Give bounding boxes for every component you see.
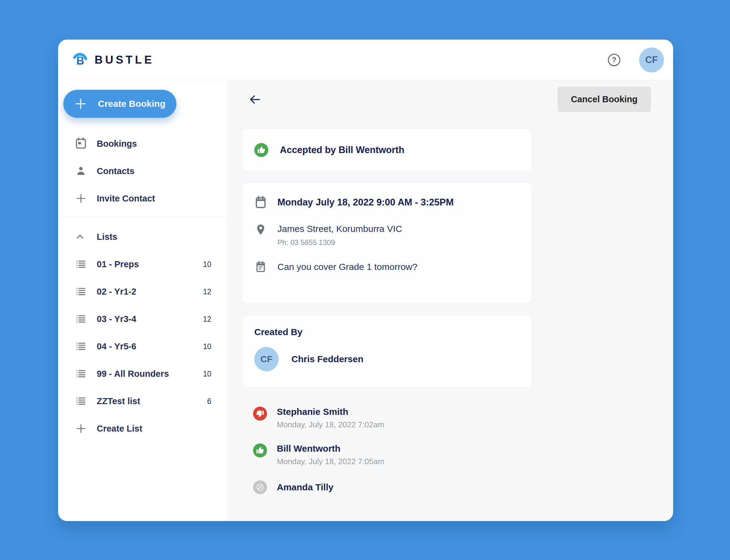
location-row: James Street, Korumburra VIC Ph: 03 5655… — [254, 224, 520, 247]
list-icon — [75, 313, 87, 325]
booking-message: Can you cover Grade 1 tomorrow? — [278, 262, 417, 272]
sidebar-item-label: Contacts — [97, 166, 135, 176]
location-pin-icon — [254, 224, 267, 236]
sidebar-list-item[interactable]: 04 - Yr5-6 10 — [58, 333, 227, 360]
brand-logo: B BUSTLE — [72, 51, 154, 69]
sidebar-item-invite-contact[interactable]: Invite Contact — [58, 185, 227, 212]
booking-location: James Street, Korumburra VIC — [278, 224, 402, 234]
calendar-icon — [75, 137, 87, 150]
response-row-declined[interactable]: Stephanie Smith Monday, July 18, 2022 7:… — [253, 407, 384, 429]
calendar-icon — [254, 196, 267, 209]
response-name: Amanda Tilly — [277, 482, 334, 492]
response-text-block: Bill Wentworth Monday, July 18, 2022 7:0… — [277, 443, 384, 466]
list-icon — [75, 258, 87, 270]
list-icon — [75, 368, 87, 380]
list-item-label: 01 - Preps — [97, 259, 139, 269]
datetime-row: Monday July 18, 2022 9:00 AM - 3:25PM — [254, 196, 520, 209]
create-booking-button[interactable]: Create Booking — [63, 90, 176, 118]
list-item-label: 04 - Yr5-6 — [97, 341, 136, 352]
booking-details-card: Monday July 18, 2022 9:00 AM - 3:25PM Ja… — [242, 183, 532, 304]
thumbs-up-icon — [253, 443, 267, 457]
brand-name: BUSTLE — [95, 54, 154, 66]
person-icon — [75, 165, 87, 177]
no-response-icon — [253, 480, 267, 494]
response-row-no-response[interactable]: Amanda Tilly — [253, 480, 384, 494]
list-item-count: 12 — [203, 315, 211, 324]
help-icon[interactable]: ? — [607, 53, 621, 67]
header-actions: ? CF — [607, 47, 664, 72]
plus-icon — [74, 97, 87, 110]
list-item-count: 10 — [203, 369, 211, 378]
plus-icon — [75, 423, 87, 434]
sidebar-item-bookings[interactable]: Bookings — [58, 130, 227, 157]
bustle-logo-icon: B — [72, 51, 89, 69]
booking-phone: Ph: 03 5655 1309 — [278, 238, 402, 247]
sidebar-list-item[interactable]: 99 - All Rounders 10 — [58, 360, 227, 387]
message-row: Can you cover Grade 1 tomorrow? — [254, 261, 520, 273]
response-timestamp: Monday, July 18, 2022 7:02am — [277, 420, 384, 429]
svg-text:B: B — [76, 54, 84, 67]
booking-datetime: Monday July 18, 2022 9:00 AM - 3:25PM — [278, 197, 453, 208]
response-text-block: Stephanie Smith Monday, July 18, 2022 7:… — [277, 407, 384, 429]
list-item-label: ZZTest list — [97, 396, 140, 406]
sidebar-item-contacts[interactable]: Contacts — [58, 157, 227, 185]
lists-header-label: Lists — [97, 232, 117, 242]
cancel-booking-button[interactable]: Cancel Booking — [557, 87, 651, 112]
create-list-button[interactable]: Create List — [58, 415, 227, 442]
sidebar-list-item[interactable]: 03 - Yr3-4 12 — [58, 305, 227, 333]
response-row-accepted[interactable]: Bill Wentworth Monday, July 18, 2022 7:0… — [253, 443, 384, 466]
list-item-label: 02 - Yr1-2 — [97, 287, 136, 297]
sidebar-list-item[interactable]: 01 - Preps 10 — [58, 250, 227, 278]
app-header: B BUSTLE ? CF — [58, 40, 673, 80]
create-booking-label: Create Booking — [98, 99, 166, 109]
booking-status-card: Accepted by Bill Wentworth — [242, 128, 532, 172]
thumbs-up-icon — [254, 143, 268, 157]
list-item-count: 12 — [203, 287, 211, 296]
list-item-label: 99 - All Rounders — [97, 369, 169, 379]
list-icon — [75, 395, 87, 407]
creator-avatar: CF — [254, 347, 279, 371]
sidebar: Create Booking Bookings — [58, 80, 228, 521]
main-content: Cancel Booking Accepted by Bill Wentwort… — [228, 80, 673, 521]
responses-list: Stephanie Smith Monday, July 18, 2022 7:… — [253, 407, 384, 494]
sidebar-item-label: Bookings — [97, 139, 137, 149]
response-name: Bill Wentworth — [277, 443, 384, 454]
list-item-count: 10 — [203, 342, 211, 351]
location-block: James Street, Korumburra VIC Ph: 03 5655… — [278, 224, 402, 247]
created-by-title: Created By — [254, 327, 520, 337]
sidebar-nav: Bookings Contacts — [58, 130, 227, 212]
list-item-label: 03 - Yr3-4 — [97, 314, 136, 324]
created-by-row: CF Chris Feddersen — [254, 347, 520, 371]
back-arrow-icon[interactable] — [249, 93, 261, 107]
user-avatar[interactable]: CF — [639, 47, 664, 72]
sidebar-divider — [58, 217, 227, 217]
created-by-card: Created By CF Chris Feddersen — [242, 315, 532, 388]
list-icon — [75, 286, 87, 297]
thumbs-down-icon — [253, 407, 267, 421]
sidebar-list-item[interactable]: 02 - Yr1-2 12 — [58, 278, 227, 305]
response-text-block: Amanda Tilly — [277, 482, 334, 492]
app-window: B BUSTLE ? CF Cre — [58, 40, 673, 521]
list-item-count: 10 — [203, 260, 211, 269]
body-row: Create Booking Bookings — [58, 80, 673, 521]
list-item-count: 6 — [207, 397, 211, 406]
svg-text:?: ? — [612, 56, 616, 64]
creator-name: Chris Feddersen — [292, 354, 364, 364]
note-icon — [254, 261, 267, 273]
response-name: Stephanie Smith — [277, 407, 384, 417]
response-timestamp: Monday, July 18, 2022 7:05am — [277, 457, 384, 466]
lists-section-toggle[interactable]: Lists — [58, 223, 227, 250]
sidebar-item-label: Invite Contact — [97, 194, 155, 204]
chevron-up-icon — [75, 232, 85, 241]
list-icon — [75, 341, 87, 352]
sidebar-list-item[interactable]: ZZTest list 6 — [58, 387, 227, 415]
plus-icon — [75, 193, 87, 204]
create-list-label: Create List — [97, 424, 142, 434]
booking-status-text: Accepted by Bill Wentworth — [280, 145, 404, 156]
